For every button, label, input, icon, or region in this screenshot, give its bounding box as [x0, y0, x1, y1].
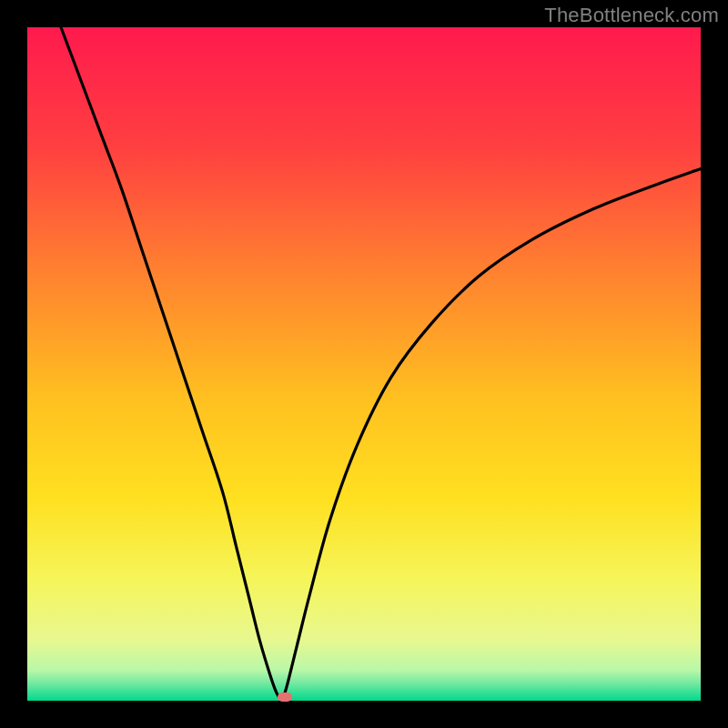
bottleneck-curve	[27, 27, 701, 701]
bottleneck-curve-left	[61, 27, 282, 701]
watermark-text: TheBottleneck.com	[544, 4, 719, 27]
bottleneck-curve-right	[282, 168, 701, 701]
chart-outer-frame: TheBottleneck.com	[0, 0, 728, 728]
optimum-marker	[278, 693, 292, 702]
